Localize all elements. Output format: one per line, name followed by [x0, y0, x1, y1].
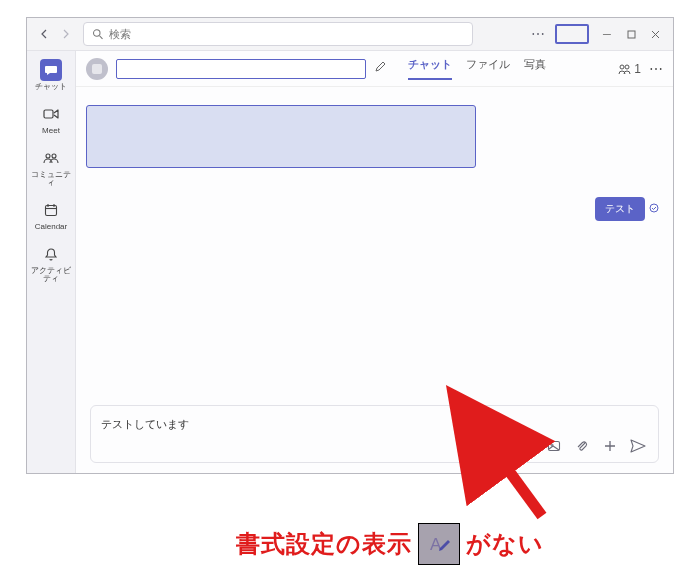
message-thread[interactable]: テスト [76, 87, 673, 397]
rail-item-community[interactable]: コミュニティ [29, 145, 74, 189]
annotation-arrow [490, 448, 570, 528]
window-close-button[interactable] [643, 23, 667, 45]
rail-item-meet[interactable]: Meet [29, 101, 74, 137]
outgoing-message: テスト [595, 197, 659, 221]
svg-point-15 [523, 444, 524, 445]
bell-icon [40, 243, 62, 265]
svg-rect-2 [628, 31, 635, 38]
svg-point-12 [625, 65, 629, 69]
chat-more-button[interactable]: ⋯ [649, 61, 663, 77]
people-icon [40, 147, 62, 169]
read-receipt-icon [649, 203, 659, 215]
left-rail: チャット Meet コミュニティ Calendar [27, 51, 76, 473]
nav-back-button[interactable] [33, 23, 55, 45]
incoming-message-redacted [86, 105, 476, 168]
search-box[interactable] [83, 22, 473, 46]
rail-label: コミュニティ [29, 171, 74, 187]
rail-label: アクティビティ [29, 267, 74, 283]
svg-point-5 [52, 154, 56, 158]
svg-point-0 [94, 30, 100, 36]
video-icon [40, 103, 62, 125]
participants-count: 1 [634, 62, 641, 76]
edit-icon[interactable] [374, 61, 386, 76]
window-maximize-button[interactable] [619, 23, 643, 45]
tab-photos[interactable]: 写真 [524, 57, 546, 80]
chat-header: チャット ファイル 写真 1 ⋯ [76, 51, 673, 87]
message-bubble: テスト [595, 197, 645, 221]
send-icon [630, 439, 646, 453]
nav-forward-button[interactable] [55, 23, 77, 45]
teams-window: ⋯ ─ チャット Meet [26, 17, 674, 474]
rail-label: Meet [42, 127, 60, 135]
more-actions-button[interactable] [602, 438, 618, 454]
svg-point-11 [620, 65, 624, 69]
attach-button[interactable] [574, 438, 590, 454]
compose-box[interactable] [90, 405, 659, 463]
chat-name-redacted-box [116, 59, 366, 79]
search-icon [92, 28, 103, 40]
svg-point-16 [527, 444, 528, 445]
search-input[interactable] [109, 28, 464, 40]
svg-point-4 [46, 154, 50, 158]
send-button[interactable] [630, 438, 646, 454]
calendar-icon [40, 199, 62, 221]
titlebar-highlight-box [555, 24, 589, 44]
svg-rect-10 [92, 64, 102, 74]
rail-label: Calendar [35, 223, 67, 231]
svg-line-19 [498, 456, 542, 516]
participants-button[interactable]: 1 [618, 62, 641, 76]
format-icon: A [424, 529, 454, 559]
svg-line-1 [100, 36, 103, 39]
rail-item-chat[interactable]: チャット [29, 57, 74, 93]
window-minimize-button[interactable]: ─ [595, 23, 619, 45]
plus-icon [603, 439, 617, 453]
compose-input[interactable] [101, 419, 648, 431]
chat-tabs: チャット ファイル 写真 [408, 57, 546, 80]
svg-text:A: A [430, 535, 442, 554]
titlebar: ⋯ ─ [27, 18, 673, 51]
svg-rect-3 [44, 110, 53, 118]
chat-icon [40, 59, 62, 81]
format-icon-sample: A [418, 523, 460, 565]
compose-area [76, 397, 673, 473]
avatar[interactable] [86, 58, 108, 80]
rail-label: チャット [35, 83, 67, 91]
rail-item-activity[interactable]: アクティビティ [29, 241, 74, 285]
paperclip-icon [575, 439, 589, 453]
annotation-callout: 書式設定の表示 A がない [236, 523, 544, 565]
rail-item-calendar[interactable]: Calendar [29, 197, 74, 233]
svg-rect-6 [46, 206, 57, 216]
svg-point-13 [650, 204, 658, 212]
titlebar-more-button[interactable]: ⋯ [527, 26, 549, 42]
tab-chat[interactable]: チャット [408, 57, 452, 80]
annotation-text-left: 書式設定の表示 [236, 528, 412, 560]
chat-main: チャット ファイル 写真 1 ⋯ テスト [76, 51, 673, 473]
people-icon [618, 63, 632, 75]
tab-files[interactable]: ファイル [466, 57, 510, 80]
annotation-text-right: がない [466, 528, 544, 560]
